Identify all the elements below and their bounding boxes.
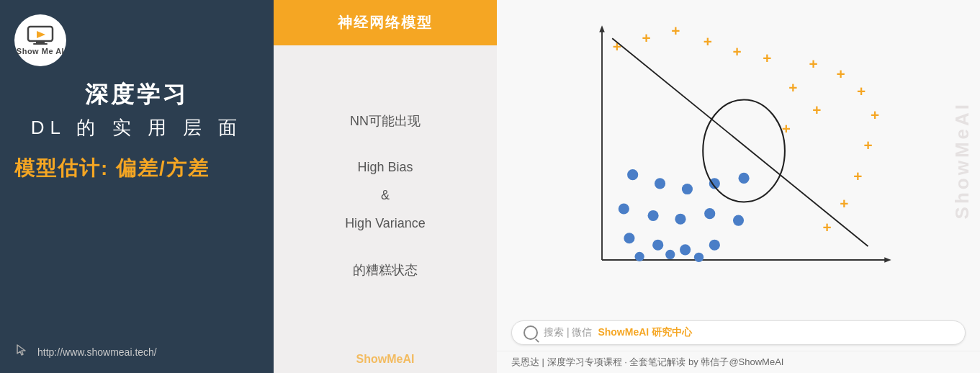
svg-text:+: + (837, 66, 845, 82)
logo-icon (27, 25, 54, 45)
nn-line5: 的糟糕状态 (353, 260, 418, 281)
svg-text:+: + (613, 38, 621, 55)
svg-text:+: + (763, 50, 771, 66)
middle-content: NN可能出现 High Bias & High Variance 的糟糕状态 (274, 45, 497, 346)
svg-point-33 (704, 208, 715, 219)
svg-text:+: + (823, 219, 832, 235)
svg-marker-6 (599, 25, 605, 32)
svg-marker-3 (37, 31, 45, 38)
bottom-footer: 吴恩达 | 深度学习专项课程 · 全套笔记解读 by 韩信子@ShowMeAI (497, 351, 980, 373)
svg-point-26 (655, 178, 665, 189)
url-text: http://www.showmeai.tech/ (37, 346, 157, 358)
title-block: 深度学习 DL 的 实 用 层 面 (14, 79, 259, 140)
svg-point-39 (635, 252, 644, 261)
svg-text:+: + (857, 83, 866, 99)
footer-text: 吴恩达 | 深度学习专项课程 · 全套笔记解读 by 韩信子@ShowMeAI (511, 356, 783, 367)
search-divider: 搜索 | 微信 (544, 326, 592, 339)
svg-text:+: + (871, 107, 879, 123)
svg-rect-1 (36, 41, 45, 43)
nn-line3: & (381, 185, 390, 206)
middle-header-text: 神经网络模型 (338, 14, 433, 30)
logo-text-small: Show Me AI (17, 47, 64, 55)
svg-point-43 (703, 99, 785, 202)
svg-point-31 (648, 210, 659, 221)
nn-line4: High Variance (345, 213, 426, 234)
svg-rect-2 (33, 43, 48, 45)
svg-point-37 (680, 244, 691, 255)
nn-line1: NN可能出现 (350, 111, 421, 132)
svg-point-25 (627, 169, 638, 180)
watermark: ShowMeAI (944, 0, 980, 320)
svg-point-29 (739, 173, 750, 184)
svg-text:+: + (809, 55, 818, 72)
search-icon (523, 325, 538, 340)
right-panel: + + + + + + + + + + + + + + + + + (497, 0, 980, 373)
navigation-icon (14, 342, 30, 362)
svg-text:+: + (853, 168, 862, 184)
watermark-text: ShowMeAI (951, 102, 974, 219)
logo-circle: Show Me AI (14, 14, 66, 66)
svg-point-41 (694, 253, 703, 262)
sidebar-top: Show Me AI 深度学习 DL 的 实 用 层 面 模型估计: 偏差/方差 (14, 14, 259, 182)
svg-point-38 (709, 240, 720, 251)
logo-area: Show Me AI (14, 14, 66, 66)
title-sub: DL 的 实 用 层 面 (14, 115, 259, 140)
middle-panel: 神经网络模型 NN可能出现 High Bias & High Variance … (274, 0, 497, 373)
svg-text:+: + (642, 30, 651, 46)
title-main: 深度学习 (14, 79, 259, 111)
highlight-label: 模型估计: 偏差/方差 (14, 155, 259, 182)
svg-marker-7 (884, 257, 891, 263)
svg-text:+: + (733, 43, 742, 60)
middle-watermark: ShowMeAI (274, 346, 497, 373)
sidebar: Show Me AI 深度学习 DL 的 实 用 层 面 模型估计: 偏差/方差… (0, 0, 274, 373)
svg-text:+: + (703, 33, 712, 50)
nn-line2: High Bias (357, 157, 413, 178)
middle-header: 神经网络模型 (274, 0, 497, 45)
svg-point-30 (619, 203, 629, 214)
svg-point-40 (665, 250, 675, 259)
svg-text:+: + (788, 79, 797, 96)
svg-text:+: + (840, 195, 848, 212)
svg-text:+: + (812, 102, 821, 118)
scatter-plot: + + + + + + + + + + + + + + + + + (511, 14, 966, 274)
svg-point-27 (682, 184, 693, 194)
svg-point-34 (733, 215, 744, 226)
svg-text:+: + (863, 137, 872, 153)
svg-point-35 (624, 233, 634, 243)
svg-text:+: + (671, 22, 680, 39)
svg-point-36 (652, 240, 663, 251)
chart-area: + + + + + + + + + + + + + + + + + (497, 0, 980, 320)
search-bar[interactable]: 搜索 | 微信 ShowMeAI 研究中心 (511, 320, 966, 345)
search-brand: ShowMeAI 研究中心 (598, 326, 692, 339)
sidebar-bottom: http://www.showmeai.tech/ (14, 342, 259, 362)
svg-point-32 (675, 214, 685, 225)
